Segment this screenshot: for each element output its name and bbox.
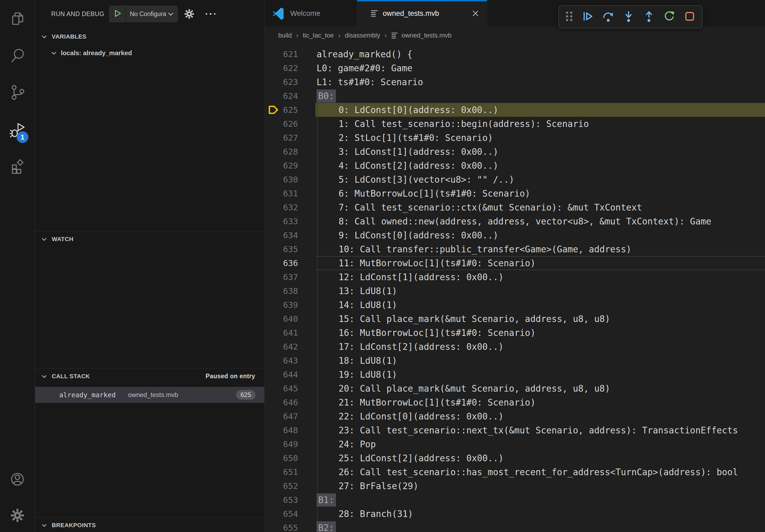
code-line[interactable]: 622L0: game#2#0: Game bbox=[265, 61, 765, 75]
code-line[interactable]: 6349: LdConst[0](address: 0x00..) bbox=[265, 228, 765, 242]
code-line-text[interactable]: 16: MutBorrowLoc[1](ts#1#0: Scenario) bbox=[316, 326, 765, 340]
code-line-text[interactable]: 21: MutBorrowLoc[1](ts#1#0: Scenario) bbox=[316, 396, 765, 409]
code-line-text[interactable]: 6: MutBorrowLoc[1](ts#1#0: Scenario) bbox=[316, 186, 765, 200]
code-line[interactable]: 6327: Call test_scenario::ctx(&mut Scena… bbox=[265, 200, 765, 214]
gutter[interactable] bbox=[298, 521, 316, 532]
line-number[interactable]: 629 bbox=[265, 161, 298, 170]
code-line-text[interactable]: 28: Branch(31) bbox=[316, 507, 765, 521]
line-number[interactable]: 633 bbox=[265, 216, 298, 226]
code-line[interactable]: 63611: MutBorrowLoc[1](ts#1#0: Scenario) bbox=[265, 256, 765, 270]
code-line-text[interactable]: 8: Call owned::new(address, address, vec… bbox=[316, 214, 765, 228]
gutter[interactable] bbox=[298, 89, 316, 103]
line-number[interactable]: 647 bbox=[265, 411, 298, 421]
code-line-text[interactable]: 15: Call place_mark(&mut Scenario, addre… bbox=[316, 312, 765, 326]
gutter[interactable] bbox=[298, 200, 316, 214]
gutter[interactable] bbox=[298, 396, 316, 409]
activity-item-settings-gear[interactable] bbox=[0, 505, 35, 527]
code-line-text[interactable]: L1: ts#1#0: Scenario bbox=[316, 75, 765, 89]
code-line[interactable]: 6316: MutBorrowLoc[1](ts#1#0: Scenario) bbox=[265, 186, 765, 200]
line-number[interactable]: 648 bbox=[265, 425, 298, 435]
tab-welcome[interactable]: Welcome bbox=[265, 0, 357, 27]
line-number[interactable]: 651 bbox=[265, 467, 298, 477]
code-line-text[interactable]: 7: Call test_scenario::ctx(&mut Scenario… bbox=[316, 200, 765, 214]
code-line[interactable]: 6283: LdConst[1](address: 0x00..) bbox=[265, 145, 765, 158]
line-number[interactable]: 627 bbox=[265, 133, 298, 142]
code-line[interactable]: 655B2: bbox=[265, 521, 765, 532]
activity-item-search[interactable] bbox=[0, 45, 35, 67]
gutter[interactable] bbox=[298, 479, 316, 493]
config-dropdown[interactable]: No Configura bbox=[126, 10, 178, 18]
code-line[interactable]: 6305: LdConst[3](vector<u8>: "" /..) bbox=[265, 172, 765, 186]
line-number[interactable]: 622 bbox=[265, 63, 298, 73]
gutter[interactable] bbox=[298, 312, 316, 326]
code-line[interactable]: 653B1: bbox=[265, 493, 765, 507]
watch-section-header[interactable]: WATCH bbox=[35, 231, 264, 247]
gutter[interactable] bbox=[298, 507, 316, 521]
line-number[interactable]: 652 bbox=[265, 481, 298, 491]
code-editor[interactable]: 621already_marked() {622L0: game#2#0: Ga… bbox=[265, 44, 765, 532]
gutter[interactable] bbox=[298, 368, 316, 382]
code-line-text[interactable]: 14: LdU8(1) bbox=[316, 298, 765, 312]
stop-button[interactable] bbox=[684, 10, 696, 23]
gutter[interactable] bbox=[298, 423, 316, 437]
code-line-text[interactable]: B2: bbox=[316, 521, 765, 532]
code-line[interactable]: 64924: Pop bbox=[265, 437, 765, 451]
code-line[interactable]: 65126: Call test_scenario::has_most_rece… bbox=[265, 465, 765, 479]
line-number[interactable]: 623 bbox=[265, 77, 298, 87]
gutter[interactable] bbox=[298, 270, 316, 284]
code-line[interactable]: 65227: BrFalse(29) bbox=[265, 479, 765, 493]
line-number[interactable]: 628 bbox=[265, 147, 298, 156]
gutter[interactable] bbox=[298, 228, 316, 242]
code-line[interactable]: 63712: LdConst[1](address: 0x00..) bbox=[265, 270, 765, 284]
line-number[interactable]: 639 bbox=[265, 300, 298, 310]
line-number[interactable]: 642 bbox=[265, 342, 298, 352]
line-number[interactable]: 634 bbox=[265, 230, 298, 240]
gutter[interactable] bbox=[298, 409, 316, 423]
line-number[interactable]: 626 bbox=[265, 119, 298, 129]
line-number[interactable]: 630 bbox=[265, 175, 298, 184]
debug-settings-button[interactable] bbox=[184, 8, 195, 20]
code-line-text[interactable]: 17: LdConst[2](address: 0x00..) bbox=[316, 340, 765, 354]
code-line[interactable]: 63813: LdU8(1) bbox=[265, 284, 765, 298]
line-number[interactable]: 641 bbox=[265, 328, 298, 338]
code-line[interactable]: 63510: Call transfer::public_transfer<Ga… bbox=[265, 242, 765, 256]
code-line-text[interactable]: 3: LdConst[1](address: 0x00..) bbox=[316, 145, 765, 158]
code-line[interactable]: 6250: LdConst[0](address: 0x00..) bbox=[265, 103, 765, 117]
step-into-button[interactable] bbox=[623, 10, 634, 23]
line-number[interactable]: 631 bbox=[265, 188, 298, 198]
line-number[interactable]: 649 bbox=[265, 439, 298, 449]
breadcrumb-item[interactable]: tic_tac_toe bbox=[303, 32, 334, 39]
breadcrumb-item[interactable]: disassembly bbox=[345, 32, 380, 39]
gutter[interactable] bbox=[298, 437, 316, 451]
more-actions-button[interactable] bbox=[205, 10, 217, 18]
gutter[interactable] bbox=[298, 117, 316, 131]
code-line-text[interactable]: L0: game#2#0: Game bbox=[316, 61, 765, 75]
call-stack-section-header[interactable]: CALL STACK Paused on entry bbox=[35, 368, 264, 384]
gutter[interactable] bbox=[298, 131, 316, 145]
gutter[interactable] bbox=[298, 493, 316, 507]
code-line[interactable]: 6261: Call test_scenario::begin(address)… bbox=[265, 117, 765, 131]
code-line-text[interactable]: B1: bbox=[316, 493, 765, 507]
tab-owned-tests-mvb[interactable]: owned_tests.mvb bbox=[357, 0, 487, 27]
gutter[interactable] bbox=[298, 382, 316, 396]
code-line-text[interactable]: B0: bbox=[316, 89, 765, 103]
code-line[interactable]: 64318: LdU8(1) bbox=[265, 354, 765, 368]
start-debugging-button[interactable] bbox=[109, 6, 126, 22]
toolbar-drag-handle[interactable] bbox=[565, 10, 573, 23]
code-line[interactable]: 64419: LdU8(1) bbox=[265, 368, 765, 382]
code-line[interactable]: 624B0: bbox=[265, 89, 765, 103]
code-line-text[interactable]: 24: Pop bbox=[316, 437, 765, 451]
variables-locals-row[interactable]: locals: already_marked bbox=[35, 46, 264, 60]
call-stack-frame-row[interactable]: already_marked owned_tests.mvb 625 bbox=[35, 387, 264, 403]
code-line-text[interactable]: 23: Call test_scenario::next_tx(&mut Sce… bbox=[316, 423, 765, 437]
gutter[interactable] bbox=[298, 242, 316, 256]
gutter[interactable] bbox=[298, 354, 316, 368]
code-line-text[interactable]: 13: LdU8(1) bbox=[316, 284, 765, 298]
step-out-button[interactable] bbox=[643, 10, 655, 23]
line-number[interactable]: 654 bbox=[265, 509, 298, 519]
gutter[interactable] bbox=[298, 298, 316, 312]
activity-item-account[interactable] bbox=[0, 469, 35, 490]
gutter[interactable] bbox=[298, 186, 316, 200]
gutter[interactable] bbox=[298, 465, 316, 479]
code-line[interactable]: 64520: Call place_mark(&mut Scenario, ad… bbox=[265, 382, 765, 396]
